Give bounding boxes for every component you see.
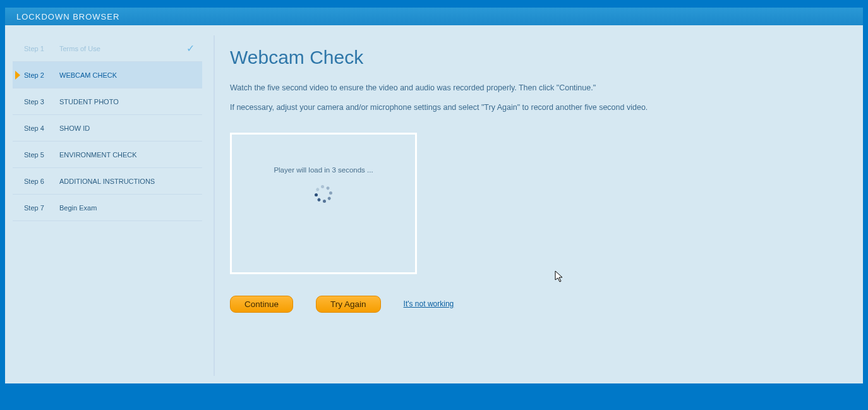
main-panel: Webcam Check Watch the five second video… (214, 35, 855, 376)
step-label: Terms of Use (59, 45, 100, 52)
sidebar-step-1[interactable]: Step 1 Terms of Use ✓ (13, 35, 202, 62)
titlebar: LOCKDOWN BROWSER (5, 8, 863, 25)
player-loading-message: Player will load in 3 seconds ... (274, 166, 373, 174)
step-label: Begin Exam (59, 204, 97, 212)
button-row: Continue Try Again It's not working (230, 296, 843, 313)
sidebar-step-6[interactable]: Step 6 ADDITIONAL INSTRUCTIONS (13, 168, 202, 195)
sidebar-step-5[interactable]: Step 5 ENVIRONMENT CHECK (13, 142, 202, 168)
step-number: Step 1 (24, 45, 59, 52)
page-title: Webcam Check (230, 47, 843, 68)
step-number: Step 7 (24, 204, 59, 212)
app-title: LOCKDOWN BROWSER (16, 12, 119, 21)
step-number: Step 2 (24, 71, 59, 79)
step-label: ENVIRONMENT CHECK (59, 151, 137, 159)
sidebar-step-4[interactable]: Step 4 SHOW ID (13, 115, 202, 142)
step-label: SHOW ID (59, 124, 90, 132)
step-number: Step 3 (24, 98, 59, 106)
not-working-link[interactable]: It's not working (404, 299, 454, 308)
sidebar: Step 1 Terms of Use ✓ Step 2 WEBCAM CHEC… (13, 35, 202, 376)
step-label: STUDENT PHOTO (59, 98, 119, 106)
step-number: Step 5 (24, 151, 59, 159)
sidebar-step-3[interactable]: Step 3 STUDENT PHOTO (13, 88, 202, 115)
step-number: Step 6 (24, 178, 59, 185)
instruction-text-2: If necessary, adjust your camera and/or … (230, 102, 843, 114)
instruction-text-1: Watch the five second video to ensure th… (230, 82, 843, 94)
sidebar-step-7[interactable]: Step 7 Begin Exam (13, 195, 202, 221)
step-label: WEBCAM CHECK (59, 71, 117, 79)
continue-button[interactable]: Continue (230, 296, 293, 313)
step-label: ADDITIONAL INSTRUCTIONS (59, 178, 155, 185)
try-again-button[interactable]: Try Again (316, 296, 381, 313)
workspace: Step 1 Terms of Use ✓ Step 2 WEBCAM CHEC… (5, 25, 863, 383)
step-number: Step 4 (24, 124, 59, 132)
checkmark-icon: ✓ (186, 42, 195, 54)
video-player: Player will load in 3 seconds ... (230, 133, 417, 274)
loading-spinner-icon (315, 185, 332, 203)
sidebar-step-2[interactable]: Step 2 WEBCAM CHECK (13, 62, 202, 88)
app-frame: LOCKDOWN BROWSER Step 1 Terms of Use ✓ S… (5, 8, 863, 383)
